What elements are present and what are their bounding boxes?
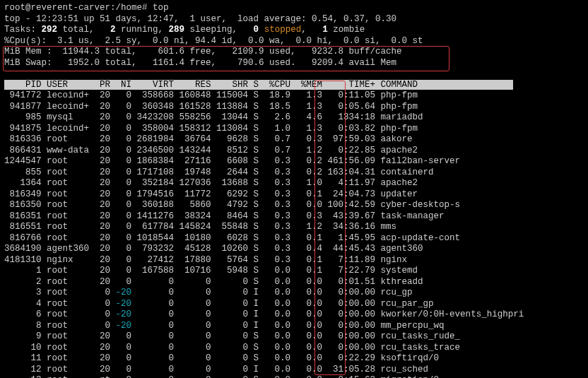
stopped-label: stopped: [264, 25, 302, 35]
column-header: PID USER PR NI VIRT RES SHR S %CPU %MEM …: [4, 80, 584, 91]
blank-line: [4, 69, 584, 80]
process-row: 941772 lecoind+ 20 0 358668 160848 11500…: [4, 90, 584, 102]
tasks-line: Tasks: 292 total, 2 running, 289 sleepin…: [4, 25, 584, 36]
shell-prompt: root@reverent-carver:/home# top: [4, 3, 584, 14]
tasks-running: 2: [110, 25, 121, 35]
process-row: 985 mysql 20 0 3423208 558256 13044 S 2.…: [4, 112, 584, 124]
swap-line: MiB Swap: 1952.0 total, 1161.4 free, 790…: [4, 58, 584, 69]
process-row: 13 root rt 0 0 0 0 S 0.0 0.0 0:15.63 mig…: [4, 375, 584, 378]
process-row: 855 root 20 0 1717108 19748 2644 S 0.3 0…: [4, 167, 584, 179]
process-row: 4 root 0 -20 0 0 0 I 0.0 0.0 0:00.00 rcu…: [4, 299, 584, 310]
process-row: 1244547 root 20 0 1868384 27116 6608 S 0…: [4, 156, 584, 167]
process-list: 941772 lecoind+ 20 0 358668 160848 11500…: [4, 90, 584, 378]
tasks-sleeping: 289: [169, 25, 190, 35]
process-row: 10 root 20 0 0 0 0 S 0.0 0.0 0:00.00 rcu…: [4, 343, 584, 354]
process-row: 1 root 20 0 167588 10716 5948 S 0.0 0.1 …: [4, 266, 584, 277]
process-row: 816336 root 20 0 2681984 36764 9628 S 0.…: [4, 134, 584, 146]
cpu-line: %Cpu(s): 3.1 us, 2.5 sy, 0.0 ni, 94.4 id…: [4, 36, 584, 47]
mem-line: MiB Mem : 11944.3 total, 601.6 free, 210…: [4, 47, 584, 58]
terminal-output: root@reverent-carver:/home# top top - 12…: [0, 0, 588, 378]
process-row: 11 root 20 0 0 0 0 S 0.0 0.0 0:22.29 kso…: [4, 353, 584, 365]
tasks-total: 292: [36, 25, 63, 35]
process-row: 816349 root 20 0 1794516 11772 6292 S 0.…: [4, 189, 584, 201]
process-row: 816766 root 20 0 1018544 10180 6028 S 0.…: [4, 233, 584, 244]
tasks-label: Tasks:: [4, 25, 36, 35]
process-row: 941877 lecoind+ 20 0 360348 161528 11388…: [4, 102, 584, 113]
process-row: 816551 root 20 0 617784 145824 55848 S 0…: [4, 222, 584, 233]
tasks-stopped: 0: [254, 25, 264, 35]
process-row: 816351 root 20 0 1411276 38324 8464 S 0.…: [4, 211, 584, 223]
process-row: 4181310 nginx 20 0 27412 17880 5764 S 0.…: [4, 255, 584, 266]
process-row: 3684190 agent360 20 0 793232 45128 10260…: [4, 244, 584, 255]
process-row: 941875 lecoind+ 20 0 358004 158312 11308…: [4, 124, 584, 135]
process-row: 8 root 0 -20 0 0 0 I 0.0 0.0 0:00.00 mm_…: [4, 321, 584, 332]
process-row: 9 root 20 0 0 0 0 S 0.0 0.0 0:00.00 rcu_…: [4, 331, 584, 343]
process-row: 6 root 0 -20 0 0 0 I 0.0 0.0 0:00.00 kwo…: [4, 309, 584, 321]
process-row: 866431 www-data 20 0 2346500 143244 8512…: [4, 146, 584, 157]
process-row: 1364 root 20 0 352184 127036 13688 S 0.3…: [4, 178, 584, 189]
process-row: 3 root 0 -20 0 0 0 I 0.0 0.0 0:00.00 rcu…: [4, 288, 584, 299]
uptime-line: top - 12:23:51 up 51 days, 12:47, 1 user…: [4, 14, 584, 25]
process-row: 2 root 20 0 0 0 0 S 0.0 0.0 0:01.51 kthr…: [4, 277, 584, 288]
tasks-zombie: 1: [322, 25, 333, 35]
process-row: 12 root 20 0 0 0 0 I 0.0 0.0 31:05.28 rc…: [4, 365, 584, 376]
process-row: 816350 root 20 0 360188 5860 4792 S 0.3 …: [4, 200, 584, 211]
